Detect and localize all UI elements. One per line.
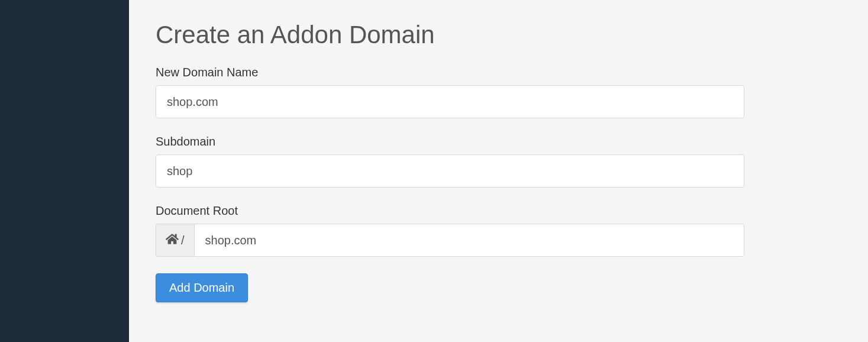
new-domain-input[interactable] — [156, 85, 744, 118]
document-root-input-group: / — [156, 224, 744, 257]
document-root-prefix: / — [156, 224, 194, 257]
form-group-new-domain: New Domain Name — [156, 66, 841, 118]
add-domain-button[interactable]: Add Domain — [156, 273, 248, 302]
form-group-subdomain: Subdomain — [156, 135, 841, 188]
page-title: Create an Addon Domain — [156, 21, 841, 49]
sidebar — [0, 0, 129, 342]
main-content: Create an Addon Domain New Domain Name S… — [129, 0, 868, 342]
document-root-input[interactable] — [194, 224, 744, 257]
home-icon — [166, 233, 179, 249]
subdomain-label: Subdomain — [156, 135, 841, 149]
new-domain-label: New Domain Name — [156, 66, 841, 79]
document-root-separator: / — [181, 234, 185, 247]
document-root-label: Document Root — [156, 204, 841, 218]
subdomain-input[interactable] — [156, 154, 744, 188]
form-group-document-root: Document Root / — [156, 204, 841, 257]
